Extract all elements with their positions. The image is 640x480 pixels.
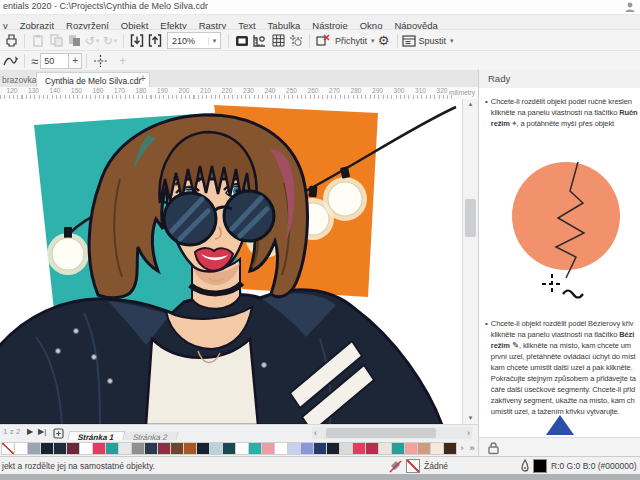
export-button[interactable] bbox=[146, 32, 164, 50]
freehand-smoothing-icon[interactable] bbox=[2, 52, 20, 70]
launcher-icon bbox=[402, 35, 416, 47]
options-gear-button[interactable]: ⚙ bbox=[375, 32, 393, 50]
color-swatch[interactable] bbox=[392, 442, 405, 455]
crosshair-cursor-button[interactable] bbox=[91, 52, 109, 70]
color-swatch[interactable] bbox=[340, 442, 353, 455]
color-swatch[interactable] bbox=[301, 442, 314, 455]
color-swatch[interactable] bbox=[184, 442, 197, 455]
color-swatch[interactable] bbox=[405, 442, 418, 455]
smoothing-value-input[interactable]: 50 bbox=[40, 53, 69, 69]
vertical-scroll-thumb[interactable] bbox=[465, 199, 476, 237]
paste-button[interactable] bbox=[29, 32, 47, 50]
scroll-up-icon[interactable]: ▲ bbox=[463, 99, 478, 110]
color-swatch[interactable] bbox=[54, 442, 67, 455]
color-swatch[interactable] bbox=[145, 442, 158, 455]
undo-button[interactable]: ↺▾ bbox=[83, 32, 101, 50]
hints-docker-header[interactable]: Rady bbox=[478, 70, 640, 89]
redo-button[interactable]: ↻▾ bbox=[101, 32, 119, 50]
outline-status[interactable]: R:0 G:0 B:0 (#000000) bbox=[520, 459, 637, 473]
show-grid-button[interactable] bbox=[269, 32, 287, 50]
snap-to-label: Přichytit bbox=[335, 36, 367, 46]
user-account-icon[interactable] bbox=[624, 1, 636, 13]
fill-status[interactable]: Žádné bbox=[388, 459, 448, 473]
no-fill-swatch[interactable] bbox=[406, 459, 420, 473]
last-page-button[interactable]: ▶| bbox=[38, 427, 46, 436]
color-swatch[interactable] bbox=[41, 442, 54, 455]
color-swatch[interactable] bbox=[106, 442, 119, 455]
hint-item: •Chcete-li objekt rozdělit podél Béziero… bbox=[485, 318, 636, 417]
snap-off-button[interactable] bbox=[314, 32, 332, 50]
no-color-swatch[interactable] bbox=[1, 442, 15, 455]
scroll-right-icon[interactable]: › bbox=[467, 427, 470, 439]
title-bar: entials 2020 - C:\Projects\Cynthia de Me… bbox=[0, 0, 640, 15]
smoothing-stepper[interactable]: + bbox=[69, 53, 82, 69]
launcher-button[interactable]: Spustit ▾ bbox=[402, 32, 454, 50]
color-swatch[interactable] bbox=[80, 442, 93, 455]
launch-label: Spustit bbox=[419, 36, 447, 46]
color-swatch[interactable] bbox=[288, 442, 301, 455]
color-swatch[interactable] bbox=[158, 442, 171, 455]
outline-pen-icon bbox=[520, 459, 530, 473]
smoothing-wave-icon: ≈ bbox=[31, 55, 38, 68]
snap-to-dropdown[interactable]: Přichytit ▾ bbox=[332, 32, 375, 50]
color-swatch[interactable] bbox=[223, 442, 236, 455]
add-page-icon[interactable] bbox=[53, 428, 64, 439]
toolbar-separator bbox=[397, 34, 398, 48]
color-swatch[interactable] bbox=[15, 442, 28, 455]
status-bar: jekt a rozdělte jej na samostatné objekt… bbox=[0, 456, 640, 475]
toolbar-separator bbox=[24, 34, 25, 48]
chevron-down-icon[interactable]: ▾ bbox=[208, 37, 220, 45]
ruler-label: 310 bbox=[411, 87, 431, 94]
color-swatch[interactable] bbox=[275, 442, 288, 455]
toolbar-separator bbox=[86, 54, 87, 68]
document-color-palette: › » bbox=[0, 440, 478, 456]
color-swatch[interactable] bbox=[28, 442, 41, 455]
print-button[interactable] bbox=[2, 32, 20, 50]
color-swatch[interactable] bbox=[366, 442, 379, 455]
paste-special-button[interactable] bbox=[47, 32, 65, 50]
tab-label: Cynthia de Melo Silva.cdr bbox=[45, 76, 141, 86]
color-swatch[interactable] bbox=[132, 442, 145, 455]
palette-more-icon[interactable]: » bbox=[467, 443, 477, 453]
horizontal-scrollbar[interactable]: ‹ › bbox=[312, 427, 472, 439]
smoothing-value: 50 bbox=[44, 56, 54, 66]
color-swatch[interactable] bbox=[197, 442, 210, 455]
standard-toolbar: ↺▾ ↻▾ 210% ▾ bbox=[0, 29, 640, 51]
ruler-label: 170 bbox=[110, 87, 130, 94]
new-tab-button[interactable]: + bbox=[136, 73, 150, 85]
artwork-portrait[interactable] bbox=[0, 99, 462, 424]
toolbar-separator bbox=[123, 34, 124, 48]
color-swatch[interactable] bbox=[236, 442, 249, 455]
drawing-canvas[interactable] bbox=[0, 99, 462, 424]
color-swatch[interactable] bbox=[262, 442, 275, 455]
paste-as-button[interactable] bbox=[65, 32, 83, 50]
color-swatch[interactable] bbox=[431, 442, 444, 455]
color-swatch[interactable] bbox=[171, 442, 184, 455]
document-tab-active[interactable]: Cynthia de Melo Silva.cdr bbox=[36, 72, 150, 88]
scroll-down-icon[interactable]: ▼ bbox=[463, 413, 478, 424]
fullscreen-preview-button[interactable] bbox=[233, 32, 251, 50]
color-swatch[interactable] bbox=[418, 442, 431, 455]
color-swatch[interactable] bbox=[327, 442, 340, 455]
crosshair-cursor-glyph bbox=[542, 274, 562, 294]
import-button[interactable] bbox=[128, 32, 146, 50]
palette-scroll-icon[interactable]: › bbox=[457, 443, 467, 453]
color-swatch[interactable] bbox=[67, 442, 80, 455]
next-page-button[interactable]: ▶ bbox=[27, 427, 33, 436]
color-swatch[interactable] bbox=[249, 442, 262, 455]
color-swatch[interactable] bbox=[210, 442, 223, 455]
color-swatch[interactable] bbox=[314, 442, 327, 455]
zoom-level-combobox[interactable]: 210% ▾ bbox=[167, 32, 221, 49]
lock-icon[interactable] bbox=[487, 441, 500, 455]
show-guidelines-button[interactable] bbox=[287, 32, 305, 50]
color-swatch[interactable] bbox=[444, 442, 457, 455]
scroll-left-icon[interactable]: ‹ bbox=[314, 427, 317, 439]
show-rulers-button[interactable] bbox=[251, 32, 269, 50]
outline-color-swatch[interactable] bbox=[533, 459, 547, 473]
horizontal-scroll-thumb[interactable] bbox=[326, 428, 436, 438]
color-swatch[interactable] bbox=[379, 442, 392, 455]
color-swatch[interactable] bbox=[119, 442, 132, 455]
vertical-scrollbar[interactable]: ▲ ▼ bbox=[462, 99, 479, 424]
color-swatch[interactable] bbox=[93, 442, 106, 455]
color-swatch[interactable] bbox=[353, 442, 366, 455]
